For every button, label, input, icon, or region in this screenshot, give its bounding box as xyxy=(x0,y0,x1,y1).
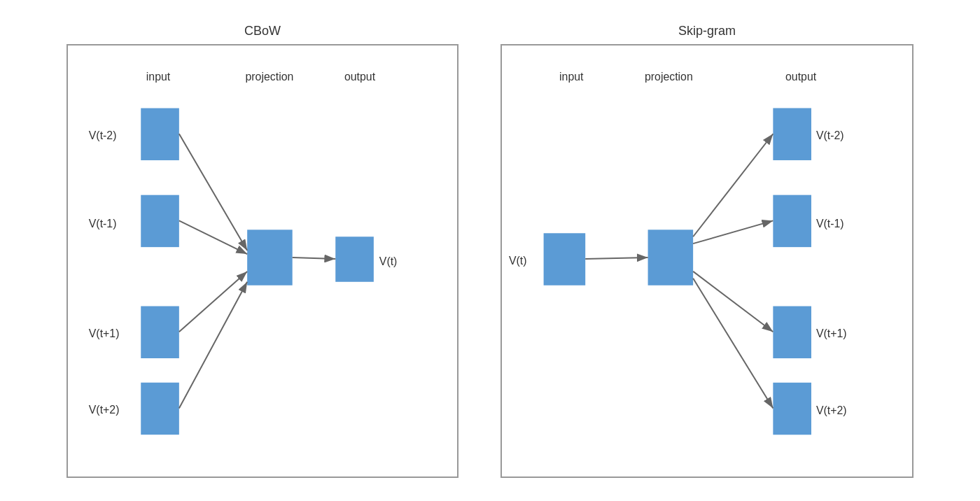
diagrams-container: CBoW input projection output xyxy=(66,24,913,478)
sg-box-vt-minus1 xyxy=(773,195,811,246)
cbow-title: CBoW xyxy=(244,24,281,38)
sg-box-projection xyxy=(648,230,694,285)
sg-arrow-proj-vt-plus2 xyxy=(693,278,773,408)
cbow-header-input: input xyxy=(146,70,171,82)
sg-label-vt-minus2: V(t-2) xyxy=(816,129,844,141)
sg-arrow-proj-vt-minus2 xyxy=(693,134,773,237)
sg-box-vt-plus1 xyxy=(773,306,811,358)
sg-label-vt: V(t) xyxy=(509,254,527,266)
cbow-arrow-vt-minus1 xyxy=(179,220,247,254)
cbow-diagram: CBoW input projection output xyxy=(66,24,458,478)
cbow-box-vt-minus2 xyxy=(141,108,179,160)
cbow-svg: input projection output xyxy=(68,45,457,477)
sg-box-vt-plus2 xyxy=(773,382,811,434)
sg-arrow-proj-vt-plus1 xyxy=(693,271,773,331)
cbow-header-output: output xyxy=(344,70,376,82)
sg-header-output: output xyxy=(785,70,817,82)
cbow-box-projection xyxy=(247,230,293,285)
skipgram-svg: input projection output xyxy=(502,45,912,477)
skipgram-title: Skip-gram xyxy=(678,24,736,38)
sg-header-input: input xyxy=(559,70,584,82)
sg-label-vt-plus2: V(t+2) xyxy=(816,404,847,416)
cbow-box-output xyxy=(335,237,374,282)
sg-box-input xyxy=(544,233,586,285)
cbow-arrow-proj-out xyxy=(293,257,336,259)
cbow-label-vt-plus2: V(t+2) xyxy=(89,404,120,416)
cbow-box: input projection output xyxy=(66,44,458,478)
cbow-label-vt-minus2: V(t-2) xyxy=(89,129,117,141)
cbow-label-vt: V(t) xyxy=(379,255,398,267)
cbow-box-vt-minus1 xyxy=(141,195,179,246)
cbow-box-vt-plus2 xyxy=(141,382,179,434)
sg-box-vt-minus2 xyxy=(773,108,811,160)
sg-label-vt-plus1: V(t+1) xyxy=(816,327,847,339)
sg-arrow-in-proj xyxy=(585,257,648,259)
cbow-label-vt-minus1: V(t-1) xyxy=(89,218,117,230)
cbow-label-vt-plus1: V(t+1) xyxy=(89,327,120,339)
sg-header-projection: projection xyxy=(645,70,693,82)
cbow-header-projection: projection xyxy=(246,70,294,82)
cbow-box-vt-plus1 xyxy=(141,306,179,358)
skipgram-diagram: Skip-gram input projection output xyxy=(500,24,913,478)
sg-label-vt-minus1: V(t-1) xyxy=(816,218,844,230)
cbow-arrow-vt-minus2 xyxy=(179,134,247,250)
sg-arrow-proj-vt-minus1 xyxy=(693,220,773,244)
skipgram-box: input projection output xyxy=(500,44,913,478)
